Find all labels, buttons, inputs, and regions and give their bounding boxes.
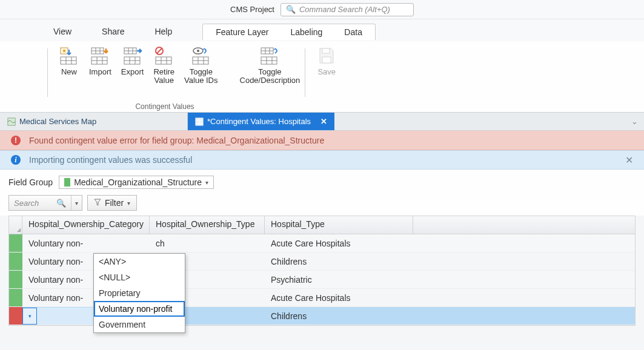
- dropdown-option[interactable]: <NULL>: [94, 269, 185, 285]
- export-label: Export: [121, 68, 144, 76]
- save-icon: [316, 46, 337, 67]
- toggle-value-ids-button[interactable]: Toggle Value IDs: [179, 46, 222, 85]
- search-options-dropdown[interactable]: ▾: [71, 196, 82, 210]
- search-icon: 🔍: [286, 5, 296, 14]
- import-icon: [90, 46, 110, 67]
- error-message-text: Found contingent value error for field g…: [29, 136, 324, 145]
- cell-ownership-category[interactable]: Voluntary non-: [22, 239, 150, 248]
- new-label: New: [61, 68, 77, 76]
- table-row[interactable]: Voluntary non-chAcute Care Hospitals: [9, 234, 635, 253]
- search-icon: 🔍: [51, 199, 71, 208]
- cell-hospital-type[interactable]: Psychiatric: [265, 275, 413, 285]
- toggle-code-icon: [259, 46, 280, 67]
- error-message-bar: ! Found contingent value error for field…: [0, 131, 644, 150]
- col-extra: [413, 216, 635, 234]
- menu-share[interactable]: Share: [96, 24, 130, 39]
- close-tab-button[interactable]: ✕: [320, 117, 327, 126]
- row-status-indicator: [9, 289, 22, 306]
- tab-contingent-values[interactable]: *Contingent Values: Hospitals ✕: [188, 113, 334, 130]
- tab-medical-services-map[interactable]: Medical Services Map: [0, 113, 188, 130]
- collapse-ribbon-button[interactable]: ⌄: [625, 117, 644, 126]
- col-ownership-category[interactable]: Hospital_Ownership_Category: [22, 216, 150, 234]
- chevron-down-icon: ▾: [205, 179, 208, 186]
- table-icon: [195, 117, 204, 126]
- retire-label: Retire Value: [153, 68, 174, 85]
- cell-ownership-type[interactable]: ch: [150, 239, 265, 248]
- tab-labeling[interactable]: Labeling: [280, 24, 333, 40]
- field-group-label: Field Group: [8, 177, 53, 187]
- field-group-dropdown[interactable]: Medical_Organizational_Structure ▾: [59, 176, 214, 189]
- cell-dropdown-trigger[interactable]: ▾: [22, 308, 37, 325]
- toggle-code-label: Toggle Code/Description: [240, 68, 300, 85]
- export-icon: [122, 46, 143, 67]
- dropdown-option[interactable]: Voluntary non-profit: [94, 301, 185, 317]
- select-all-header[interactable]: [9, 216, 22, 234]
- command-search-placeholder: Command Search (Alt+Q): [299, 5, 390, 14]
- retire-icon: [154, 46, 174, 67]
- row-status-indicator: [9, 271, 22, 288]
- tab-cv-label: *Contingent Values: Hospitals: [207, 117, 311, 126]
- chevron-down-icon: ▾: [127, 200, 130, 206]
- toggle-ids-icon: [191, 46, 211, 67]
- info-icon: i: [11, 155, 21, 165]
- import-label: Import: [89, 68, 111, 76]
- toggle-ids-label: Toggle Value IDs: [184, 68, 217, 85]
- cell-hospital-type[interactable]: Childrens: [265, 311, 413, 321]
- info-message-text: Importing contingent values was successf…: [29, 155, 192, 165]
- toggle-code-desc-button[interactable]: Toggle Code/Description: [235, 46, 305, 85]
- save-label: Save: [317, 68, 336, 76]
- row-status-indicator: [9, 307, 22, 325]
- menu-help[interactable]: Help: [148, 24, 178, 39]
- dropdown-option[interactable]: Proprietary: [94, 285, 185, 301]
- svg-rect-42: [322, 48, 330, 53]
- svg-rect-43: [322, 57, 331, 63]
- tab-feature-layer[interactable]: Feature Layer: [205, 24, 279, 40]
- command-search-input[interactable]: 🔍 Command Search (Alt+Q): [281, 3, 414, 16]
- col-ownership-type[interactable]: Hospital_Ownership_Type: [150, 216, 265, 234]
- dropdown-option[interactable]: <ANY>: [94, 254, 185, 269]
- menu-view[interactable]: View: [47, 24, 78, 39]
- info-message-bar: i Importing contingent values was succes…: [0, 150, 644, 170]
- row-status-indicator: [9, 234, 22, 252]
- import-button[interactable]: Import: [84, 46, 116, 76]
- cell-hospital-type[interactable]: Acute Care Hospitals: [265, 239, 413, 248]
- export-button[interactable]: Export: [116, 46, 149, 76]
- app-title: CMS Project: [230, 5, 274, 14]
- row-status-indicator: [9, 253, 22, 270]
- new-icon: [59, 46, 79, 67]
- field-group-swatch: [64, 178, 70, 187]
- retire-value-button[interactable]: Retire Value: [148, 46, 179, 85]
- svg-point-29: [197, 50, 199, 52]
- error-icon: !: [11, 136, 21, 145]
- field-group-value: Medical_Organizational_Structure: [74, 177, 202, 187]
- ribbon-group-label: Contingent Values: [50, 102, 280, 111]
- filter-icon: [94, 198, 101, 208]
- grid-search-input[interactable]: Search 🔍 ▾: [8, 195, 82, 211]
- save-button: Save: [311, 46, 342, 76]
- filter-label: Filter: [105, 198, 124, 208]
- tab-map-label: Medical Services Map: [19, 117, 96, 126]
- ownership-category-dropdown[interactable]: <ANY><NULL>ProprietaryVoluntary non-prof…: [93, 253, 185, 333]
- tab-data[interactable]: Data: [334, 24, 373, 40]
- filter-button[interactable]: Filter ▾: [87, 195, 137, 211]
- col-hospital-type[interactable]: Hospital_Type: [265, 216, 413, 234]
- cell-hospital-type[interactable]: Acute Care Hospitals: [265, 293, 413, 303]
- dropdown-option[interactable]: Government: [94, 317, 185, 332]
- search-placeholder: Search: [9, 199, 51, 208]
- map-icon: [7, 117, 16, 126]
- dismiss-info-button[interactable]: ✕: [625, 154, 633, 166]
- new-button[interactable]: New: [54, 46, 84, 76]
- cell-hospital-type[interactable]: Childrens: [265, 257, 413, 266]
